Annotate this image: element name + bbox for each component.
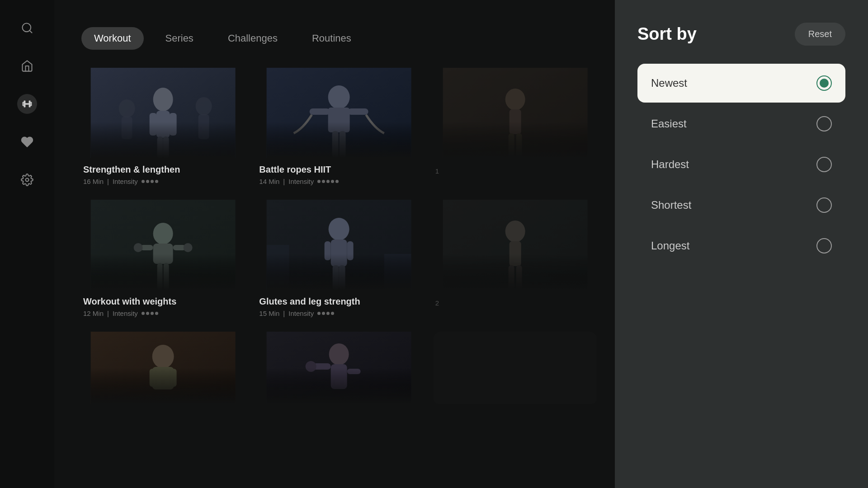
sort-option-newest-label: Newest: [651, 77, 687, 89]
sort-option-longest[interactable]: Longest: [637, 226, 845, 265]
sort-option-newest-radio: [816, 75, 832, 91]
svg-rect-28: [443, 68, 587, 158]
sidebar-item-home[interactable]: [17, 56, 37, 76]
tab-challenges[interactable]: Challenges: [215, 27, 290, 50]
sort-option-newest-radio-inner: [820, 79, 829, 88]
sidebar-item-favorites[interactable]: [17, 132, 37, 152]
workout-card-5[interactable]: Glutes and leg strength 15 Min | Intensi…: [257, 200, 420, 319]
svg-rect-48: [267, 200, 411, 290]
card-5-info: Glutes and leg strength 15 Min | Intensi…: [257, 290, 420, 319]
card-2-info: Battle ropes HIIT 14 Min | Intensity: [257, 158, 420, 187]
sort-option-shortest-radio: [816, 197, 832, 213]
svg-rect-14: [91, 68, 236, 158]
workout-card-8[interactable]: [257, 332, 420, 422]
tab-series[interactable]: Series: [153, 27, 206, 50]
card-4-info: Workout with weights 12 Min | Intensity: [81, 290, 245, 319]
sort-option-shortest-label: Shortest: [651, 199, 691, 211]
workout-card-9: [434, 332, 597, 422]
sidebar-item-search[interactable]: [17, 18, 37, 38]
tab-workout[interactable]: Workout: [81, 27, 144, 50]
sort-panel: Sort by Reset Newest Easiest Hardest Sho…: [615, 0, 868, 488]
svg-rect-60: [91, 332, 236, 404]
card-2-meta: 14 Min | Intensity: [259, 178, 419, 185]
card-6-meta: 2: [435, 299, 595, 307]
tab-bar: Workout Series Challenges Routines: [81, 27, 597, 50]
svg-rect-22: [267, 68, 411, 158]
card-5-title: Glutes and leg strength: [259, 296, 419, 307]
card-4-title: Workout with weights: [83, 296, 243, 307]
sort-header: Sort by Reset: [637, 23, 845, 46]
workout-card-2[interactable]: Battle ropes HIIT 14 Min | Intensity: [257, 68, 420, 187]
card-1-title: Strengthen & lengthen: [83, 164, 243, 175]
workout-card-7[interactable]: [81, 332, 245, 422]
svg-rect-54: [443, 200, 587, 290]
sidebar: [0, 0, 54, 488]
sort-option-hardest[interactable]: Hardest: [637, 145, 845, 184]
card-5-meta: 15 Min | Intensity: [259, 310, 419, 317]
card-3-info: 1: [434, 158, 597, 177]
svg-line-1: [29, 30, 32, 33]
svg-rect-67: [267, 332, 411, 404]
workout-grid: Strengthen & lengthen 16 Min | Intensity: [81, 68, 597, 319]
sort-options: Newest Easiest Hardest Shortest Longest: [637, 64, 845, 265]
card-3-meta: 1: [435, 167, 595, 175]
sort-option-easiest-radio: [816, 116, 832, 131]
svg-rect-38: [91, 200, 236, 290]
workout-card-3[interactable]: 1: [434, 68, 597, 187]
sort-option-newest[interactable]: Newest: [637, 64, 845, 103]
sort-option-easiest-label: Easiest: [651, 117, 687, 130]
card-6-info: 2: [434, 290, 597, 309]
sort-option-shortest[interactable]: Shortest: [637, 186, 845, 225]
svg-point-2: [26, 178, 29, 182]
sort-option-hardest-label: Hardest: [651, 158, 689, 171]
tab-routines[interactable]: Routines: [299, 27, 364, 50]
sort-title: Sort by: [637, 24, 697, 44]
sort-option-easiest[interactable]: Easiest: [637, 104, 845, 143]
bottom-row: [81, 332, 597, 422]
sort-option-hardest-radio: [816, 157, 832, 172]
sidebar-item-settings[interactable]: [17, 170, 37, 190]
card-2-title: Battle ropes HIIT: [259, 164, 419, 175]
main-content: Workout Series Challenges Routines: [54, 0, 615, 488]
card-4-meta: 12 Min | Intensity: [83, 310, 243, 317]
sort-option-longest-radio: [816, 238, 832, 253]
reset-button[interactable]: Reset: [795, 23, 845, 46]
card-1-info: Strengthen & lengthen 16 Min | Intensity: [81, 158, 245, 187]
sort-option-longest-label: Longest: [651, 239, 689, 252]
workout-card-1[interactable]: Strengthen & lengthen 16 Min | Intensity: [81, 68, 245, 187]
card-1-meta: 16 Min | Intensity: [83, 178, 243, 185]
workout-card-6[interactable]: 2: [434, 200, 597, 319]
sidebar-item-workout[interactable]: [17, 94, 37, 114]
workout-card-4[interactable]: Workout with weights 12 Min | Intensity: [81, 200, 245, 319]
